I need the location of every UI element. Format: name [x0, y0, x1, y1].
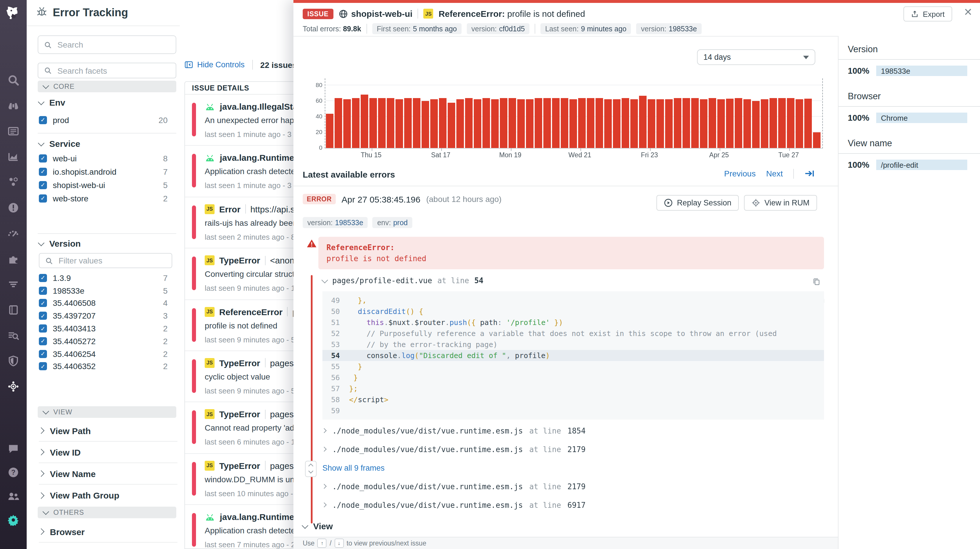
facet-row[interactable]: ✓35.43972073 [39, 310, 168, 322]
stack-frame-header[interactable]: pages/profile-edit.vue at line 54 [322, 276, 483, 285]
time-range-select[interactable]: 14 days [697, 49, 815, 65]
histogram-bar[interactable] [387, 98, 394, 148]
histogram-bar[interactable] [448, 102, 455, 148]
histogram-bar[interactable] [770, 98, 777, 148]
histogram-bar[interactable] [526, 99, 533, 148]
histogram-bar[interactable] [804, 99, 812, 148]
version-filter-box[interactable] [39, 253, 172, 268]
meta-value-row[interactable]: 100%Chrome [848, 113, 971, 123]
histogram-bar[interactable] [700, 99, 708, 148]
integrations-icon[interactable] [8, 253, 19, 265]
histogram-bar[interactable] [587, 98, 594, 148]
facet-group-env[interactable]: Env [39, 97, 65, 107]
close-icon[interactable]: ✕ [964, 6, 972, 19]
histogram-bar[interactable] [561, 98, 568, 148]
checkbox-checked[interactable]: ✓ [39, 181, 47, 189]
histogram-bar[interactable] [500, 98, 508, 148]
histogram-bar[interactable] [674, 98, 681, 148]
search-icon[interactable] [8, 74, 19, 86]
show-all-frames-link[interactable]: Show all 9 frames [322, 458, 824, 477]
stack-frame[interactable]: ./node_modules/vue/dist/vue.runtime.esm.… [322, 440, 824, 458]
histogram-bar[interactable] [482, 98, 490, 148]
users-icon[interactable] [8, 490, 19, 502]
first-version-pill[interactable]: version:cf0d1d5 [467, 23, 530, 34]
facet-group-view-path[interactable]: View Path [39, 420, 177, 442]
histogram-bar[interactable] [369, 98, 377, 148]
facet-group-browser[interactable]: Browser [39, 521, 177, 543]
facet-search-box[interactable] [38, 63, 176, 78]
facet-section-core[interactable]: CORE [38, 81, 176, 92]
checkbox-checked[interactable]: ✓ [39, 299, 47, 307]
histogram-bar[interactable] [648, 99, 655, 148]
hide-controls-link[interactable]: Hide Controls [185, 61, 245, 69]
version-filter-input[interactable] [57, 255, 166, 266]
histogram-bar[interactable] [439, 98, 447, 148]
histogram-bar[interactable] [457, 99, 464, 148]
histogram-bar[interactable] [361, 94, 368, 148]
histogram-bar[interactable] [709, 98, 716, 148]
export-button[interactable]: Export [904, 6, 952, 21]
expand-frames-toggle[interactable] [305, 461, 317, 477]
facet-row[interactable]: ✓web-store2 [39, 192, 168, 205]
chat-icon[interactable] [8, 443, 19, 455]
histogram-bar[interactable] [491, 99, 499, 148]
attribute-tag[interactable]: env:prod [372, 217, 412, 228]
histogram-bar[interactable] [761, 99, 768, 148]
histogram-bar[interactable] [430, 99, 438, 148]
settings-icon[interactable] [8, 514, 19, 526]
skip-to-latest-icon[interactable] [804, 168, 815, 179]
facet-row[interactable]: ✓prod20 [39, 113, 168, 126]
attribute-tag[interactable]: version:198533e [303, 217, 368, 228]
apm-icon[interactable] [8, 228, 19, 239]
stack-frame[interactable]: ./node_modules/vue/dist/vue.runtime.esm.… [322, 421, 824, 440]
facet-row[interactable]: ✓35.44034132 [39, 322, 168, 335]
checkbox-checked[interactable]: ✓ [39, 116, 47, 124]
histogram-bar[interactable] [570, 99, 577, 148]
histogram-bar[interactable] [509, 98, 516, 148]
metrics-icon[interactable] [8, 151, 19, 163]
histogram-bar[interactable] [413, 98, 420, 148]
checkbox-checked[interactable]: ✓ [39, 350, 47, 358]
checkbox-checked[interactable]: ✓ [39, 154, 47, 162]
dashboards-icon[interactable] [8, 125, 19, 137]
watchdog-icon[interactable] [8, 100, 19, 112]
histogram-bar[interactable] [682, 98, 690, 148]
trace-search-icon[interactable] [8, 330, 19, 341]
checkbox-checked[interactable]: ✓ [39, 362, 47, 370]
facet-section-view[interactable]: VIEW [38, 406, 176, 418]
last-seen-pill[interactable]: Last seen:9 minutes ago [541, 23, 631, 34]
histogram-bar[interactable] [665, 99, 673, 148]
datadog-logo[interactable] [5, 4, 22, 21]
facet-row[interactable]: ✓198533e5 [39, 284, 168, 297]
histogram-bar[interactable] [613, 99, 620, 148]
histogram-bar[interactable] [752, 101, 760, 148]
facet-group-version[interactable]: Version [39, 238, 81, 248]
view-section-header[interactable]: View [303, 521, 333, 531]
help-icon[interactable]: ? [8, 467, 19, 478]
last-version-pill[interactable]: version:198533e [636, 23, 702, 34]
notebooks-icon[interactable] [8, 304, 19, 316]
facet-row[interactable]: ✓web-ui8 [39, 152, 168, 165]
facet-row[interactable]: ✓1.3.97 [39, 271, 168, 284]
histogram-bar[interactable] [334, 98, 342, 148]
meta-value-row[interactable]: 100%/profile-edit [848, 160, 971, 170]
logs-icon[interactable] [8, 279, 19, 290]
histogram-bar[interactable] [813, 132, 821, 148]
facet-group-view-path-group[interactable]: View Path Group [39, 485, 177, 506]
facet-row[interactable]: ✓35.44063522 [39, 360, 168, 373]
checkbox-checked[interactable]: ✓ [39, 324, 47, 332]
facet-search-input[interactable] [56, 65, 170, 76]
histogram-bar[interactable] [378, 98, 386, 148]
histogram-bar[interactable] [735, 98, 742, 148]
histogram-bar[interactable] [352, 98, 360, 148]
checkbox-checked[interactable]: ✓ [39, 337, 47, 345]
stack-frame[interactable]: ./node_modules/vue/dist/vue.runtime.esm.… [322, 496, 824, 514]
checkbox-checked[interactable]: ✓ [39, 286, 47, 295]
search-box[interactable] [38, 35, 176, 54]
replay-session-button[interactable]: Replay Session [657, 195, 739, 211]
histogram-bar[interactable] [343, 99, 351, 148]
facet-group-view-id[interactable]: View ID [39, 442, 177, 463]
histogram-bar[interactable] [622, 98, 629, 148]
facet-row[interactable]: ✓io.shopist.android7 [39, 165, 168, 178]
facet-section-others[interactable]: OTHERS [38, 507, 176, 518]
